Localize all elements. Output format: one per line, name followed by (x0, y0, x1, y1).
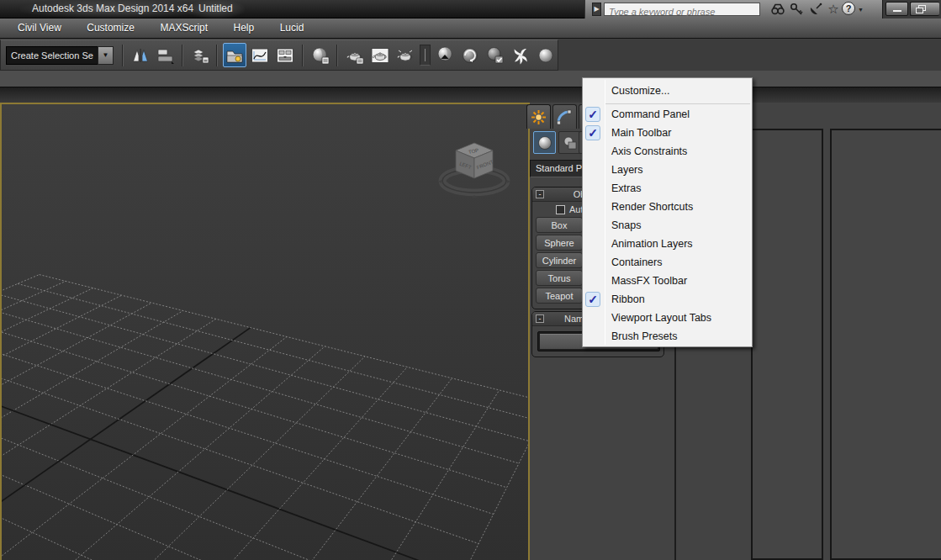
minimize-button[interactable] (885, 2, 908, 16)
menu-item-animation-layers[interactable]: Animation Layers (583, 235, 752, 253)
viewcube[interactable]: TOP LEFT FRONT (436, 131, 513, 200)
menu-item-label: Brush Presets (611, 330, 678, 342)
box-button[interactable]: Box (536, 217, 583, 233)
menu-item-label: Command Panel (611, 108, 690, 120)
panel-column-3 (830, 129, 941, 560)
help-dropdown-arrow-icon[interactable]: ▼ (858, 7, 864, 13)
toolbar-end-separator (420, 45, 431, 66)
menu-item-label: Extras (611, 182, 641, 194)
restore-button[interactable] (910, 2, 939, 16)
title-bar: Autodesk 3ds Max Design 2014 x64 Untitle… (0, 0, 941, 18)
menu-civil-view[interactable]: Civil View (7, 18, 72, 38)
geometry-sphere-icon (538, 136, 551, 149)
material-editor-icon[interactable] (309, 43, 331, 67)
create-sunburst-icon (531, 110, 546, 124)
menu-item-label: Customize... (611, 85, 669, 97)
menu-customize[interactable]: Customize (76, 18, 145, 38)
menu-item-label: Snaps (611, 219, 641, 231)
combo-dropdown-arrow-icon[interactable]: ▼ (98, 46, 114, 65)
iterative-render-icon[interactable] (433, 43, 456, 67)
menu-item-snaps[interactable]: Snaps (583, 216, 752, 235)
search-box (604, 3, 760, 16)
menu-item-customize[interactable]: Customize... (583, 80, 752, 103)
menu-item-label: Animation Layers (611, 238, 693, 250)
communication-center-icon[interactable] (769, 1, 787, 18)
toolbar-separator (336, 45, 338, 66)
check-icon (585, 310, 600, 325)
app-title: Autodesk 3ds Max Design 2014 x64 (20, 0, 205, 18)
autogrid-checkbox[interactable] (556, 205, 565, 214)
main-toolbar-panel: Create Selection Se ▼ (0, 40, 558, 71)
check-icon: ✓ (585, 107, 600, 122)
selection-set-value: Create Selection Se (6, 46, 98, 65)
check-icon (585, 236, 600, 251)
render-production-icon[interactable] (484, 43, 507, 67)
quick-render-icon[interactable] (394, 43, 416, 67)
perspective-viewport[interactable]: TOP LEFT FRONT (0, 103, 530, 560)
menu-item-label: Layers (611, 164, 643, 176)
category-shapes[interactable] (558, 131, 581, 154)
favorites-star-icon[interactable]: ☆ (824, 1, 843, 18)
menu-item-massfx-toolbar[interactable]: MassFX Toolbar (583, 272, 752, 290)
rollout-collapse-icon[interactable]: - (536, 314, 544, 323)
menu-item-render-shortcuts[interactable]: Render Shortcuts (583, 198, 752, 216)
menu-item-axis-constraints[interactable]: Axis Constraints (583, 142, 752, 161)
sphere-button[interactable]: Sphere (536, 235, 583, 251)
document-title: Untitled (187, 0, 245, 18)
menu-item-main-toolbar[interactable]: ✓ Main Toolbar (583, 124, 752, 142)
menu-item-brush-presets[interactable]: Brush Presets (583, 327, 752, 346)
menu-item-extras[interactable]: Extras (583, 179, 752, 198)
menu-item-containers[interactable]: Containers (583, 253, 752, 272)
search-flyout-arrow-icon[interactable]: ▶ (592, 3, 601, 16)
menu-item-label: Viewport Layout Tabs (611, 312, 711, 324)
teapot-button[interactable]: Teapot (536, 288, 583, 304)
activeshade-icon[interactable] (459, 43, 482, 67)
window-controls (882, 0, 941, 18)
layer-manager-icon[interactable] (188, 43, 211, 67)
toolbar-separator (182, 45, 183, 66)
category-geometry[interactable] (533, 131, 556, 154)
menu-lucid[interactable]: Lucid (269, 18, 315, 38)
schematic-view-icon[interactable] (274, 43, 297, 67)
menu-help[interactable]: Help (223, 18, 266, 38)
tab-modify[interactable] (552, 104, 577, 129)
align-icon[interactable] (154, 43, 177, 67)
curve-editor-icon[interactable] (249, 43, 272, 67)
check-icon (585, 199, 600, 214)
search-input[interactable] (605, 6, 759, 18)
menu-item-command-panel[interactable]: ✓ Command Panel (583, 105, 752, 124)
minimize-icon (893, 10, 901, 12)
toolbar-separator (216, 45, 218, 66)
iray-render-icon[interactable] (510, 43, 532, 67)
toolbar-separator (302, 45, 304, 66)
subscription-key-icon[interactable] (788, 1, 806, 18)
exchange-dish-icon[interactable] (806, 1, 825, 18)
check-icon (585, 255, 600, 270)
toolbar-separator (122, 45, 124, 66)
check-icon: ✓ (585, 125, 600, 140)
help-button[interactable]: ? ▼ (842, 2, 867, 17)
menu-item-label: Main Toolbar (611, 127, 671, 139)
rollout-collapse-icon[interactable]: - (536, 190, 544, 198)
ribbon-strip (0, 71, 941, 87)
menu-item-label: Render Shortcuts (611, 201, 693, 213)
selection-set-combo[interactable]: Create Selection Se ▼ (6, 46, 114, 65)
main-toolbar: Create Selection Se ▼ (0, 40, 941, 71)
render-sphere-icon[interactable] (535, 43, 558, 67)
cylinder-button[interactable]: Cylinder (536, 252, 583, 268)
render-setup-icon[interactable] (343, 43, 366, 67)
check-icon (585, 273, 600, 288)
check-icon (585, 181, 600, 196)
graphite-modeling-toggle-icon[interactable] (223, 43, 246, 67)
tab-create[interactable] (526, 104, 551, 129)
torus-button[interactable]: Torus (536, 270, 583, 286)
menu-item-viewport-layout-tabs[interactable]: Viewport Layout Tabs (583, 309, 752, 327)
menu-item-ribbon[interactable]: ✓ Ribbon (583, 290, 752, 309)
rendered-frame-window-icon[interactable] (368, 43, 391, 67)
menu-separator (605, 103, 750, 104)
panel-column-divider (674, 347, 676, 560)
menu-maxscript[interactable]: MAXScript (149, 18, 219, 38)
mirror-icon[interactable] (129, 43, 151, 67)
help-icon: ? (842, 2, 855, 15)
menu-item-layers[interactable]: Layers (583, 161, 752, 179)
